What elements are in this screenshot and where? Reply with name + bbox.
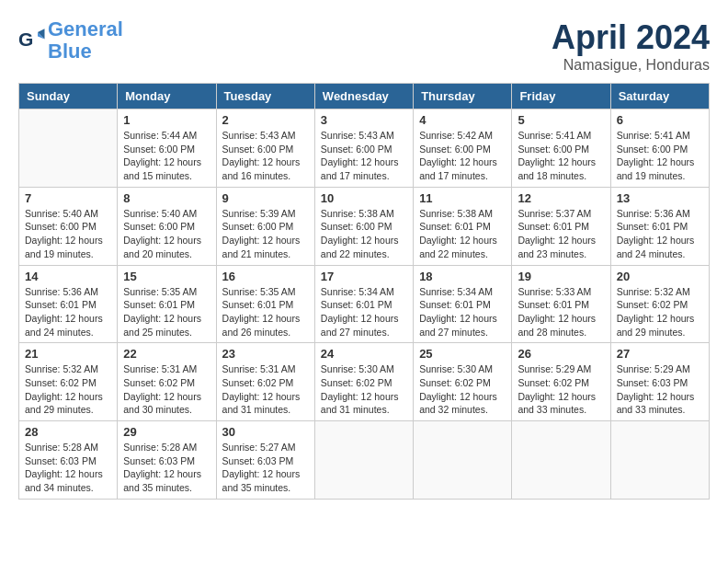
weekday-header-sunday: Sunday xyxy=(19,84,118,109)
day-info: Sunrise: 5:30 AM Sunset: 6:02 PM Dayligh… xyxy=(321,362,407,417)
day-number: 3 xyxy=(321,113,407,127)
day-number: 7 xyxy=(25,191,111,205)
svg-text:G: G xyxy=(18,29,33,50)
day-number: 24 xyxy=(321,347,407,361)
day-cell: 12Sunrise: 5:37 AM Sunset: 6:01 PM Dayli… xyxy=(512,187,610,265)
weekday-header-tuesday: Tuesday xyxy=(216,84,314,109)
day-info: Sunrise: 5:29 AM Sunset: 6:02 PM Dayligh… xyxy=(518,362,604,417)
day-cell: 7Sunrise: 5:40 AM Sunset: 6:00 PM Daylig… xyxy=(19,187,118,265)
day-number: 22 xyxy=(123,347,210,361)
day-cell: 29Sunrise: 5:28 AM Sunset: 6:03 PM Dayli… xyxy=(118,421,216,500)
day-number: 17 xyxy=(321,270,407,283)
day-info: Sunrise: 5:27 AM Sunset: 6:03 PM Dayligh… xyxy=(222,441,309,495)
day-number: 19 xyxy=(518,270,604,283)
day-info: Sunrise: 5:38 AM Sunset: 6:01 PM Dayligh… xyxy=(419,207,506,261)
day-cell: 25Sunrise: 5:30 AM Sunset: 6:02 PM Dayli… xyxy=(414,343,512,421)
day-info: Sunrise: 5:42 AM Sunset: 6:00 PM Dayligh… xyxy=(419,129,506,183)
day-cell: 13Sunrise: 5:36 AM Sunset: 6:01 PM Dayli… xyxy=(610,187,709,265)
day-number: 11 xyxy=(419,191,506,205)
logo-icon: G xyxy=(18,27,46,54)
day-number: 29 xyxy=(123,425,210,439)
day-info: Sunrise: 5:30 AM Sunset: 6:02 PM Dayligh… xyxy=(419,362,506,417)
day-cell xyxy=(512,421,610,500)
weekday-header-friday: Friday xyxy=(512,84,610,109)
day-cell: 24Sunrise: 5:30 AM Sunset: 6:02 PM Dayli… xyxy=(314,343,413,421)
day-cell: 4Sunrise: 5:42 AM Sunset: 6:00 PM Daylig… xyxy=(414,109,512,188)
day-info: Sunrise: 5:35 AM Sunset: 6:01 PM Dayligh… xyxy=(123,285,210,339)
day-cell: 6Sunrise: 5:41 AM Sunset: 6:00 PM Daylig… xyxy=(610,109,709,188)
day-cell: 20Sunrise: 5:32 AM Sunset: 6:02 PM Dayli… xyxy=(610,265,709,343)
day-number: 2 xyxy=(222,113,309,127)
day-info: Sunrise: 5:41 AM Sunset: 6:00 PM Dayligh… xyxy=(617,129,703,183)
day-info: Sunrise: 5:34 AM Sunset: 6:01 PM Dayligh… xyxy=(321,285,407,339)
day-cell: 8Sunrise: 5:40 AM Sunset: 6:00 PM Daylig… xyxy=(118,187,216,265)
day-number: 26 xyxy=(518,347,604,361)
day-number: 23 xyxy=(222,347,309,361)
day-info: Sunrise: 5:36 AM Sunset: 6:01 PM Dayligh… xyxy=(25,285,111,339)
day-cell xyxy=(610,421,709,500)
day-cell xyxy=(19,109,118,188)
weekday-header-saturday: Saturday xyxy=(610,84,709,109)
day-cell: 5Sunrise: 5:41 AM Sunset: 6:00 PM Daylig… xyxy=(512,109,610,188)
weekday-header-thursday: Thursday xyxy=(414,84,512,109)
day-cell: 9Sunrise: 5:39 AM Sunset: 6:00 PM Daylig… xyxy=(216,187,314,265)
day-number: 13 xyxy=(617,191,703,205)
day-info: Sunrise: 5:28 AM Sunset: 6:03 PM Dayligh… xyxy=(25,441,111,495)
day-cell: 18Sunrise: 5:34 AM Sunset: 6:01 PM Dayli… xyxy=(414,265,512,343)
day-info: Sunrise: 5:43 AM Sunset: 6:00 PM Dayligh… xyxy=(321,129,407,183)
day-number: 27 xyxy=(617,347,703,361)
day-number: 15 xyxy=(123,270,210,283)
day-cell: 21Sunrise: 5:32 AM Sunset: 6:02 PM Dayli… xyxy=(19,343,118,421)
day-cell xyxy=(314,421,413,500)
day-cell: 15Sunrise: 5:35 AM Sunset: 6:01 PM Dayli… xyxy=(118,265,216,343)
day-cell xyxy=(414,421,512,500)
weekday-header-monday: Monday xyxy=(118,84,216,109)
week-row-3: 14Sunrise: 5:36 AM Sunset: 6:01 PM Dayli… xyxy=(19,265,710,343)
day-info: Sunrise: 5:41 AM Sunset: 6:00 PM Dayligh… xyxy=(518,129,604,183)
day-info: Sunrise: 5:40 AM Sunset: 6:00 PM Dayligh… xyxy=(123,207,210,261)
day-cell: 11Sunrise: 5:38 AM Sunset: 6:01 PM Dayli… xyxy=(414,187,512,265)
day-cell: 14Sunrise: 5:36 AM Sunset: 6:01 PM Dayli… xyxy=(19,265,118,343)
day-number: 28 xyxy=(25,425,111,439)
day-info: Sunrise: 5:39 AM Sunset: 6:00 PM Dayligh… xyxy=(222,207,309,261)
day-cell: 27Sunrise: 5:29 AM Sunset: 6:03 PM Dayli… xyxy=(610,343,709,421)
weekday-header-row: SundayMondayTuesdayWednesdayThursdayFrid… xyxy=(19,84,710,109)
day-cell: 28Sunrise: 5:28 AM Sunset: 6:03 PM Dayli… xyxy=(19,421,118,500)
day-info: Sunrise: 5:40 AM Sunset: 6:00 PM Dayligh… xyxy=(25,207,111,261)
location: Namasigue, Honduras xyxy=(552,57,710,74)
day-info: Sunrise: 5:36 AM Sunset: 6:01 PM Dayligh… xyxy=(617,207,703,261)
day-number: 25 xyxy=(419,347,506,361)
day-info: Sunrise: 5:31 AM Sunset: 6:02 PM Dayligh… xyxy=(123,362,210,417)
week-row-1: 1Sunrise: 5:44 AM Sunset: 6:00 PM Daylig… xyxy=(19,109,710,188)
week-row-5: 28Sunrise: 5:28 AM Sunset: 6:03 PM Dayli… xyxy=(19,421,710,500)
day-cell: 17Sunrise: 5:34 AM Sunset: 6:01 PM Dayli… xyxy=(314,265,413,343)
day-cell: 16Sunrise: 5:35 AM Sunset: 6:01 PM Dayli… xyxy=(216,265,314,343)
day-info: Sunrise: 5:33 AM Sunset: 6:01 PM Dayligh… xyxy=(518,285,604,339)
weekday-header-wednesday: Wednesday xyxy=(314,84,413,109)
day-info: Sunrise: 5:43 AM Sunset: 6:00 PM Dayligh… xyxy=(222,129,309,183)
day-info: Sunrise: 5:28 AM Sunset: 6:03 PM Dayligh… xyxy=(123,441,210,495)
day-cell: 10Sunrise: 5:38 AM Sunset: 6:00 PM Dayli… xyxy=(314,187,413,265)
day-number: 21 xyxy=(25,347,111,361)
day-number: 16 xyxy=(222,270,309,283)
day-cell: 19Sunrise: 5:33 AM Sunset: 6:01 PM Dayli… xyxy=(512,265,610,343)
day-info: Sunrise: 5:35 AM Sunset: 6:01 PM Dayligh… xyxy=(222,285,309,339)
day-number: 5 xyxy=(518,113,604,127)
day-number: 9 xyxy=(222,191,309,205)
day-number: 20 xyxy=(617,270,703,283)
day-number: 30 xyxy=(222,425,309,439)
logo: G GeneralBlue xyxy=(18,18,123,63)
page-header: G GeneralBlue April 2024 Namasigue, Hond… xyxy=(18,18,710,74)
day-number: 8 xyxy=(123,191,210,205)
day-info: Sunrise: 5:32 AM Sunset: 6:02 PM Dayligh… xyxy=(617,285,703,339)
title-block: April 2024 Namasigue, Honduras xyxy=(552,18,710,74)
day-info: Sunrise: 5:34 AM Sunset: 6:01 PM Dayligh… xyxy=(419,285,506,339)
logo-text: GeneralBlue xyxy=(48,18,123,63)
day-info: Sunrise: 5:31 AM Sunset: 6:02 PM Dayligh… xyxy=(222,362,309,417)
week-row-4: 21Sunrise: 5:32 AM Sunset: 6:02 PM Dayli… xyxy=(19,343,710,421)
day-number: 14 xyxy=(25,270,111,283)
day-cell: 30Sunrise: 5:27 AM Sunset: 6:03 PM Dayli… xyxy=(216,421,314,500)
day-info: Sunrise: 5:37 AM Sunset: 6:01 PM Dayligh… xyxy=(518,207,604,261)
day-number: 1 xyxy=(123,113,210,127)
day-cell: 3Sunrise: 5:43 AM Sunset: 6:00 PM Daylig… xyxy=(314,109,413,188)
